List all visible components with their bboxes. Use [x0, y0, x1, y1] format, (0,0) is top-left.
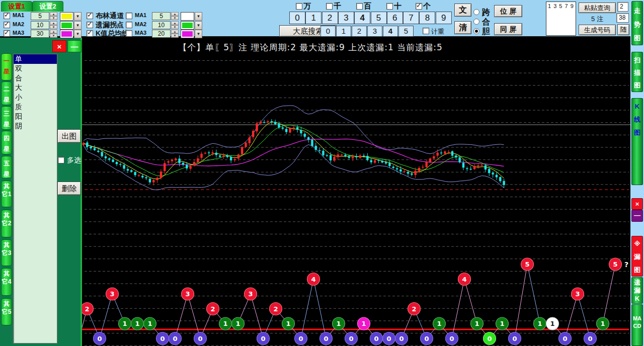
rightbar-button-K[interactable]: 遗漏K — [631, 277, 643, 304]
spin-down-icon[interactable]: ▼ — [50, 34, 57, 38]
position-checkbox[interactable] — [386, 3, 393, 10]
sidebar-tab-二星[interactable]: 二星 — [1, 81, 12, 105]
option-checkbox[interactable]: ✓ — [87, 22, 93, 28]
wen-button[interactable]: 文 — [454, 4, 471, 17]
ma-period-stepper[interactable]: ▲▼ — [50, 21, 57, 29]
list-item[interactable]: 大 — [14, 83, 57, 93]
ma-period-value[interactable]: 5 — [31, 12, 49, 20]
spin-up-icon[interactable]: ▲ — [50, 21, 57, 25]
mode-radio[interactable] — [473, 19, 479, 25]
spin-down-icon[interactable]: ▼ — [171, 34, 179, 38]
rightbar-button-w0[interactable]: 走势图 — [631, 1, 643, 45]
ma-period-stepper[interactable]: ▲▼ — [171, 12, 179, 20]
rightbar-button-w3[interactable]: × — [631, 198, 643, 210]
digit-button[interactable]: 3 — [367, 26, 382, 37]
sidebar-tab-三星[interactable]: 三星 — [1, 106, 12, 130]
list-item[interactable]: 合 — [14, 73, 57, 83]
sidebar-tab-四星[interactable]: 四星 — [1, 131, 12, 154]
rightbar-button-w1[interactable]: 扫描图 — [631, 52, 643, 92]
ma-checkbox[interactable] — [126, 13, 132, 19]
tab-settings1[interactable]: 设置1 — [1, 1, 32, 12]
position-checkbox[interactable] — [296, 3, 302, 10]
digit-button[interactable]: 5 — [371, 12, 387, 24]
ma-checkbox[interactable] — [126, 30, 132, 37]
tongping-button[interactable]: 同 屏 — [494, 23, 522, 35]
position-checkbox[interactable] — [356, 3, 363, 10]
digit-button[interactable]: 1 — [336, 26, 351, 37]
sidebar-tab-其它5[interactable]: 其它5 — [1, 298, 12, 325]
digit-button[interactable]: 2 — [322, 12, 338, 24]
digit-button[interactable]: 0 — [289, 12, 305, 24]
digit-button[interactable]: 1 — [305, 12, 321, 24]
spin-up-icon[interactable]: ▲ — [171, 12, 179, 16]
sidebar-tab-其它3[interactable]: 其它3 — [1, 239, 12, 266]
weiping-button[interactable]: 位 屏 — [494, 5, 522, 17]
rightbar-button-w5[interactable]: ※漏图 — [631, 236, 643, 277]
digit-button[interactable]: 6 — [387, 12, 403, 24]
ma-period-stepper[interactable]: ▲▼ — [50, 12, 57, 20]
ma-period-stepper[interactable]: ▲▼ — [171, 30, 179, 38]
weight-checkbox[interactable] — [423, 28, 429, 34]
digit-button[interactable]: 4 — [383, 26, 398, 37]
digit-button[interactable]: 9 — [436, 12, 452, 24]
list-item[interactable]: 单 — [14, 54, 57, 64]
paste-query-button[interactable]: 粘贴查询 — [579, 3, 616, 13]
spin-down-icon[interactable]: ▼ — [50, 25, 57, 29]
ma-period-stepper[interactable]: ▲▼ — [50, 30, 57, 38]
ma-period-value[interactable]: 10 — [31, 21, 49, 29]
spin-up-icon[interactable]: ▲ — [50, 30, 57, 34]
sidebar-tab-其它2[interactable]: 其它2 — [1, 210, 12, 237]
sidebar-tab-一星[interactable]: 一星 — [1, 53, 12, 80]
ma-period-value[interactable]: 20 — [152, 30, 171, 38]
attribute-listbox[interactable]: 单双合大小质阳阴 — [13, 54, 57, 343]
tab-settings2[interactable]: 设置2 — [32, 1, 63, 12]
panel-close-button[interactable]: × — [52, 40, 66, 52]
spin-down-icon[interactable]: ▼ — [171, 25, 179, 29]
rightbar-button-K[interactable]: K线图 — [631, 98, 643, 185]
generate-numbers-button[interactable]: 生成号码 — [579, 25, 616, 35]
list-item[interactable]: 阳 — [14, 112, 57, 121]
ma-color-dropdown[interactable]: ▼ — [74, 21, 82, 30]
rightbar-button-MACD[interactable]: MA CD — [631, 304, 643, 346]
position-checkbox[interactable]: ✓ — [416, 3, 422, 10]
multi-select-checkbox[interactable] — [58, 157, 64, 163]
list-item[interactable]: 阴 — [14, 121, 57, 131]
position-checkbox[interactable] — [326, 3, 333, 10]
random-button[interactable]: 随 — [617, 24, 629, 35]
ma-period-stepper[interactable]: ▲▼ — [171, 21, 179, 29]
digit-button[interactable]: 8 — [419, 12, 435, 24]
mode-radio[interactable] — [473, 9, 479, 15]
spin-up-icon[interactable]: ▲ — [171, 21, 179, 25]
mode-radio[interactable] — [473, 28, 479, 34]
ma-color-dropdown[interactable]: ▼ — [195, 30, 202, 38]
digit-button[interactable]: 2 — [352, 26, 367, 37]
list-item[interactable]: 质 — [14, 102, 57, 112]
sidebar-tab-五星[interactable]: 五星 — [1, 156, 12, 179]
panel-minimize-button[interactable]: — — [67, 40, 82, 52]
sidebar-tab-其它1[interactable]: 其它1 — [1, 181, 12, 207]
rightbar-button-w4[interactable]: — — [631, 210, 643, 222]
digit-button[interactable]: 4 — [354, 12, 370, 24]
ma-period-value[interactable]: 5 — [152, 12, 171, 20]
spin-up-icon[interactable]: ▲ — [50, 12, 57, 16]
digit-button[interactable]: 3 — [338, 12, 354, 24]
ma-checkbox[interactable]: ✓ — [4, 22, 10, 28]
ma-color-dropdown[interactable]: ▼ — [74, 12, 82, 21]
list-item[interactable]: 小 — [14, 93, 57, 102]
spin-up-icon[interactable]: ▲ — [171, 30, 179, 34]
digit-button[interactable]: 5 — [398, 26, 414, 37]
sidebar-tab-其它4[interactable]: 其它4 — [1, 268, 12, 296]
digit-button[interactable]: 7 — [403, 12, 419, 24]
ma-checkbox[interactable]: ✓ — [4, 13, 10, 19]
spin-down-icon[interactable]: ▼ — [171, 16, 179, 20]
ma-checkbox[interactable] — [126, 22, 132, 28]
ma-color-dropdown[interactable]: ▼ — [195, 21, 202, 30]
option-checkbox[interactable]: ✓ — [87, 13, 93, 19]
list-item[interactable]: 双 — [14, 64, 57, 73]
spin-down-icon[interactable]: ▼ — [50, 16, 57, 20]
ma-period-value[interactable]: 30 — [31, 30, 49, 38]
plot-button[interactable]: 出图 — [57, 129, 81, 143]
qing-button[interactable]: 清 — [454, 21, 471, 34]
ma-period-value[interactable]: 10 — [152, 21, 171, 29]
digit-button[interactable]: 0 — [320, 26, 336, 37]
